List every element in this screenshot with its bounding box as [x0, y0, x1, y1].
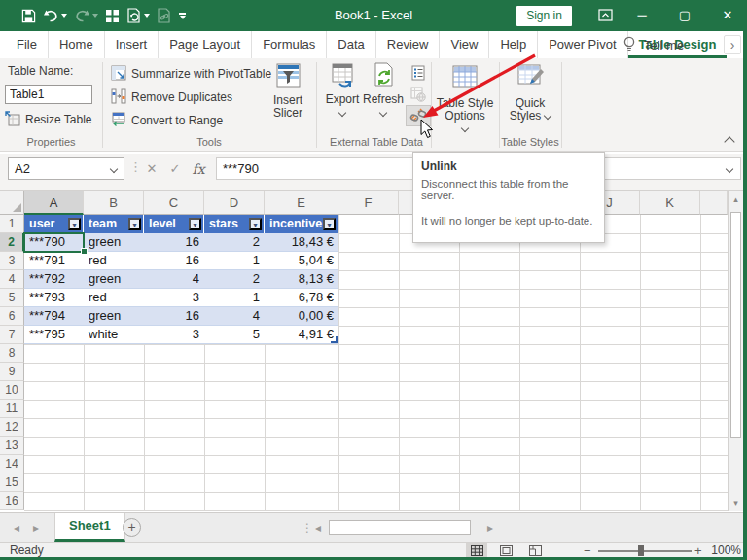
quick-styles-dropdown-icon[interactable] [544, 111, 551, 119]
row-header-14[interactable]: 14 [0, 455, 24, 473]
zoom-level[interactable]: 100% [706, 543, 741, 557]
hscroll-left-icon[interactable]: ◂ [315, 521, 321, 535]
remove-duplicates-button[interactable]: Remove Duplicates [111, 88, 232, 107]
filter-dropdown-user[interactable]: ▾ [68, 218, 81, 230]
table-cell[interactable]: 3 [144, 326, 204, 344]
table-header-user[interactable]: user▾ [24, 215, 84, 233]
next-sheet-icon[interactable]: ▸ [33, 521, 39, 535]
row-header-4[interactable]: 4 [0, 270, 24, 289]
collapse-ribbon-icon[interactable] [724, 136, 734, 147]
select-all-button[interactable] [0, 191, 24, 215]
quick-styles-button[interactable]: Quick Styles [503, 62, 557, 122]
export-dropdown-icon[interactable] [338, 109, 346, 117]
table-cell[interactable]: green [84, 233, 144, 252]
row-header-10[interactable]: 10 [0, 381, 24, 400]
table-cell[interactable]: 5 [204, 326, 265, 344]
filter-dropdown-level[interactable]: ▾ [189, 218, 201, 230]
row-header-13[interactable]: 13 [0, 437, 24, 455]
table-cell[interactable]: ***795 [24, 326, 84, 344]
tab-view[interactable]: View [439, 31, 488, 58]
column-header-b[interactable]: B [84, 191, 144, 215]
tab-power-pivot[interactable]: Power Pivot [537, 31, 626, 58]
hscroll-right-icon[interactable]: ▸ [487, 521, 493, 535]
zoom-slider-track[interactable] [598, 550, 692, 552]
row-header-8[interactable]: 8 [0, 344, 24, 363]
column-header-k[interactable]: K [640, 191, 700, 215]
column-header-e[interactable]: E [265, 191, 338, 215]
spreadsheet-grid[interactable]: ABCDEFGHIJK12345678910111213141516user▾t… [0, 191, 728, 511]
sheet-tab-sheet1[interactable]: Sheet1 [54, 513, 125, 542]
filter-dropdown-stars[interactable]: ▾ [249, 218, 262, 230]
row-header-5[interactable]: 5 [0, 289, 24, 307]
column-header-d[interactable]: D [204, 191, 265, 215]
table-cell[interactable]: 2 [204, 233, 265, 252]
table-cell[interactable]: 1 [204, 289, 265, 307]
table-cell[interactable]: 2 [204, 270, 265, 289]
table-header-level[interactable]: level▾ [144, 215, 204, 233]
table-cell[interactable]: red [84, 252, 144, 270]
table-cell[interactable]: 5,04 € [265, 252, 338, 270]
more-tabs-icon[interactable]: › [724, 35, 741, 54]
prev-sheet-icon[interactable]: ◂ [14, 521, 19, 535]
vertical-scroll-thumb[interactable] [730, 212, 741, 438]
table-cell[interactable]: 4 [204, 307, 265, 326]
horizontal-scroll-thumb[interactable] [329, 520, 471, 535]
vertical-scrollbar[interactable]: ▴ ▾ [728, 191, 743, 511]
row-header-1[interactable]: 1 [0, 215, 24, 233]
summarize-with-pivottable-button[interactable]: Summarize with PivotTable [111, 64, 271, 84]
export-button[interactable]: Export [325, 62, 360, 116]
column-header-partial[interactable] [700, 191, 728, 215]
scroll-up-icon[interactable]: ▴ [729, 194, 743, 204]
row-header-16[interactable]: 16 [0, 492, 24, 510]
convert-to-range-button[interactable]: Convert to Range [111, 111, 223, 130]
table-header-incentive[interactable]: incentive▾ [265, 215, 338, 233]
row-header-11[interactable]: 11 [0, 400, 24, 418]
column-header-f[interactable]: F [338, 191, 399, 215]
table-header-team[interactable]: team▾ [84, 215, 144, 233]
table-style-options-dropdown-icon[interactable] [461, 124, 469, 132]
tab-help[interactable]: Help [488, 31, 537, 58]
page-break-view-button[interactable] [524, 542, 546, 558]
tab-data[interactable]: Data [326, 31, 374, 58]
maximize-button[interactable]: ▢ [665, 0, 704, 31]
table-cell[interactable]: 16 [144, 233, 204, 252]
column-header-a[interactable]: A [24, 191, 84, 215]
table-cell[interactable]: green [84, 270, 144, 289]
new-sheet-button[interactable]: + [123, 518, 141, 537]
tab-review[interactable]: Review [375, 31, 440, 58]
name-box-dropdown-icon[interactable] [110, 165, 118, 173]
zoom-slider-thumb[interactable] [638, 545, 644, 556]
name-box[interactable]: A2 [8, 158, 124, 180]
table-cell[interactable]: 16 [144, 252, 204, 270]
insert-function-icon[interactable]: fx [189, 159, 208, 179]
table-style-options-button[interactable]: Table Style Options [435, 62, 495, 131]
table-cell[interactable]: ***790 [24, 233, 84, 252]
cancel-icon[interactable]: ✕ [142, 159, 161, 179]
table-cell[interactable]: 8,13 € [265, 270, 338, 289]
table-cell[interactable]: 4,91 € [265, 326, 338, 344]
fill-handle[interactable] [81, 248, 88, 255]
row-header-12[interactable]: 12 [0, 418, 24, 437]
row-header-7[interactable]: 7 [0, 326, 24, 344]
table-cell[interactable]: ***792 [24, 270, 84, 289]
table-cell[interactable]: 6,78 € [265, 289, 338, 307]
table-cell[interactable]: 18,43 € [265, 233, 338, 252]
table-cell[interactable]: ***791 [24, 252, 84, 270]
enter-icon[interactable]: ✓ [165, 159, 185, 179]
table-cell[interactable]: ***794 [24, 307, 84, 326]
close-button[interactable]: ✕ [708, 0, 747, 31]
table-header-stars[interactable]: stars▾ [204, 215, 265, 233]
filter-dropdown-team[interactable]: ▾ [128, 218, 141, 230]
insert-slicer-button[interactable]: Insert Slicer [269, 62, 306, 120]
table-cell[interactable]: 0,00 € [265, 307, 338, 326]
table-cell[interactable]: 1 [204, 252, 265, 270]
page-layout-view-button[interactable] [495, 542, 516, 558]
row-header-2[interactable]: 2 [0, 233, 24, 252]
table-cell[interactable]: 3 [144, 289, 204, 307]
tab-file[interactable]: File [6, 31, 48, 58]
refresh-button[interactable]: Refresh [364, 62, 403, 116]
zoom-in-icon[interactable]: + [694, 543, 702, 558]
normal-view-button[interactable] [466, 542, 487, 558]
unlink-button[interactable] [406, 105, 431, 126]
table-name-input[interactable] [5, 85, 92, 104]
